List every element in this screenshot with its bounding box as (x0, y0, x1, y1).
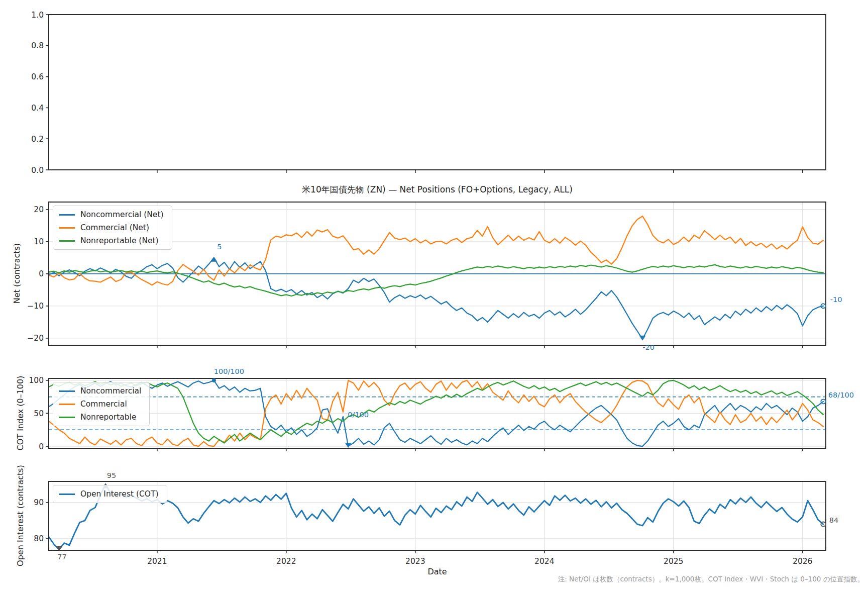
chart-canvas: 0.00.20.40.60.81.0−20−10010205-20-100501… (0, 0, 868, 593)
panel-empty: 0.00.20.40.60.81.0 (31, 11, 826, 175)
annotation-label: 77 (57, 553, 66, 561)
y-tick-label: 0 (39, 442, 44, 451)
annotation-label: 95 (107, 471, 116, 479)
legend-swatch (59, 417, 75, 418)
marker-dot (212, 378, 216, 382)
legend-label: Nonreportable (80, 413, 136, 422)
legend-label: Commercial (Net) (80, 223, 149, 232)
legend-item-open-interest: Open Interest (COT) (59, 489, 159, 499)
legend-open-interest: Open Interest (COT) (53, 485, 167, 503)
x-tick-label: 2022 (276, 557, 296, 566)
annotation-label: -10 (830, 295, 842, 304)
marker-up-arrow (210, 257, 217, 262)
y-tick-label: −20 (27, 334, 44, 343)
legend-swatch (59, 240, 75, 242)
legend-swatch (59, 493, 75, 495)
legend-swatch (59, 214, 75, 216)
legend-item-noncommercial-index: Noncommercial (59, 386, 141, 396)
x-tick-label: 2023 (405, 557, 425, 566)
series-noncommercial-net (49, 258, 823, 339)
y-tick-label: 90 (34, 498, 44, 507)
series-nonreportable-net (49, 265, 823, 296)
footnote: 注: Net/OI は枚数（contracts）。k=1,000枚。COT In… (558, 575, 864, 584)
panel-frame (49, 15, 826, 170)
legend-item-nonreportable-net: Nonreportable (Net) (59, 236, 164, 245)
legend-net: Noncommercial (Net)Commercial (Net)Nonre… (53, 206, 172, 250)
y-tick-label: 1.0 (31, 11, 44, 20)
x-tick-label: 2025 (664, 557, 683, 566)
y-tick-label: 0.2 (31, 135, 44, 144)
legend-item-nonreportable-index: Nonreportable (59, 413, 141, 422)
legend-label: Noncommercial (Net) (80, 210, 164, 219)
chart-title: 米10年国債先物 (ZN) — Net Positions (FO+Option… (49, 184, 826, 195)
legend-item-commercial-index: Commercial (59, 400, 141, 409)
y-tick-label: 0.4 (31, 104, 44, 113)
legend-swatch (59, 404, 75, 405)
x-tick-label: 2021 (147, 557, 167, 566)
legend-label: Nonreportable (Net) (80, 236, 159, 245)
annotation-label: 84 (829, 516, 838, 524)
y-tick-label: 20 (34, 205, 44, 214)
y-tick-label: 50 (34, 409, 44, 418)
legend-swatch (59, 390, 75, 392)
annotation-label: 5 (217, 243, 222, 251)
x-tick-label: 2026 (793, 557, 812, 566)
y-tick-label: 0 (39, 269, 44, 278)
y-axis-label-net: Net (contracts) (12, 243, 22, 304)
legend-item-commercial-net: Commercial (Net) (59, 223, 164, 232)
y-tick-label: 10 (34, 237, 44, 246)
legend-label: Open Interest (COT) (80, 489, 159, 499)
y-axis-label-open-interest: Open Interest (contracts) (16, 465, 25, 566)
legend-item-noncommercial-net: Noncommercial (Net) (59, 210, 164, 219)
y-tick-label: −10 (27, 302, 44, 311)
y-tick-label: 80 (34, 534, 44, 543)
y-tick-label: 0.0 (31, 166, 44, 175)
y-axis-label-cot-index: COT Index (0–100) (16, 376, 25, 451)
annotation-label: 68/100 (828, 391, 854, 399)
x-tick-label: 2024 (534, 557, 554, 566)
annotation-label: 0/100 (348, 411, 369, 419)
panel-cot-index: 050100100/1000/10068/100 (29, 367, 853, 451)
y-tick-label: 100 (29, 376, 44, 385)
legend-cot-index: NoncommercialCommercialNonreportable (53, 382, 150, 426)
y-tick-label: 0.6 (31, 72, 44, 81)
y-tick-label: 0.8 (31, 41, 44, 50)
annotation-label: -20 (642, 343, 655, 351)
legend-label: Noncommercial (80, 386, 141, 396)
legend-label: Commercial (80, 400, 127, 409)
legend-swatch (59, 227, 75, 229)
figure: 0.00.20.40.60.81.0−20−10010205-20-100501… (0, 0, 868, 593)
annotation-label: 100/100 (214, 367, 244, 375)
